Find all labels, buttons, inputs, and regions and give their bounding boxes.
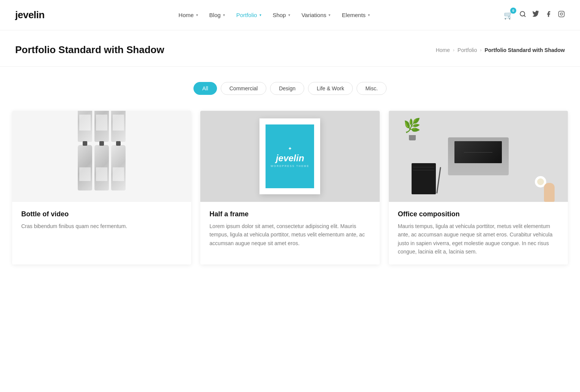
card-body: Office composition Mauris tempus, ligula… bbox=[389, 202, 568, 264]
card-description: Mauris tempus, ligula at vehicula portti… bbox=[398, 222, 559, 256]
nav-blog[interactable]: Blog ▾ bbox=[205, 9, 229, 21]
page-header: Portfolio Standard with Shadow Home › Po… bbox=[0, 30, 580, 67]
laptop-screen bbox=[454, 141, 502, 163]
hand bbox=[544, 183, 555, 202]
card-description: Cras bibendum finibus quam nec fermentum… bbox=[21, 222, 182, 230]
card-title: Half a frame bbox=[209, 210, 370, 218]
chevron-down-icon: ▾ bbox=[259, 13, 261, 17]
bottle-cap bbox=[99, 141, 104, 146]
bottle bbox=[111, 111, 126, 142]
nav-actions: 🛒 0 bbox=[504, 11, 565, 20]
notebook bbox=[412, 163, 436, 194]
nav-home[interactable]: Home ▾ bbox=[174, 9, 203, 21]
breadcrumb-separator: › bbox=[480, 47, 481, 53]
main-nav: Home ▾ Blog ▾ Portfolio ▾ Shop ▾ Variati… bbox=[174, 9, 374, 21]
svg-line-1 bbox=[524, 15, 525, 16]
plant-pot bbox=[409, 135, 416, 140]
card-body: Half a frame Lorem ipsum dolor sit amet,… bbox=[200, 202, 379, 256]
page-title: Portfolio Standard with Shadow bbox=[15, 44, 164, 56]
breadcrumb-home[interactable]: Home bbox=[436, 47, 450, 53]
bottle bbox=[94, 145, 109, 190]
laptop bbox=[448, 137, 509, 175]
frame-logo-icon: ✦ bbox=[288, 146, 292, 151]
nav-variations[interactable]: Variations ▾ bbox=[297, 9, 335, 21]
bottle bbox=[78, 111, 92, 142]
breadcrumb-portfolio[interactable]: Portfolio bbox=[457, 47, 477, 53]
filter-misc[interactable]: Misc. bbox=[357, 82, 387, 95]
chevron-down-icon: ▾ bbox=[329, 13, 330, 17]
chevron-down-icon: ▾ bbox=[223, 13, 225, 17]
breadcrumb-separator: › bbox=[453, 47, 454, 53]
notebook-line bbox=[413, 167, 434, 167]
office-graphic: 🌿 bbox=[389, 111, 568, 202]
card-body: Bottle of video Cras bibendum finibus qu… bbox=[12, 202, 191, 239]
notebook-line bbox=[413, 170, 434, 170]
card-description: Lorem ipsum dolor sit amet, consectetur … bbox=[209, 222, 370, 247]
bottle bbox=[78, 145, 92, 190]
nav-shop[interactable]: Shop ▾ bbox=[268, 9, 295, 21]
card-image-office: 🌿 bbox=[389, 111, 568, 202]
search-icon[interactable] bbox=[519, 11, 526, 19]
coffee-liquid bbox=[537, 178, 544, 185]
twitter-icon[interactable] bbox=[532, 11, 539, 19]
bottle-label bbox=[96, 167, 107, 181]
card-image-frame: ✦ jevelin WORDPRESS THEME bbox=[200, 111, 379, 202]
filter-bar: All Commercial Design Life & Work Misc. bbox=[0, 67, 580, 106]
breadcrumb: Home › Portfolio › Portfolio Standard wi… bbox=[436, 47, 565, 53]
filter-commercial[interactable]: Commercial bbox=[221, 82, 267, 95]
plant: 🌿 bbox=[403, 118, 421, 140]
frame-logo-text: jevelin bbox=[276, 153, 304, 164]
filter-design[interactable]: Design bbox=[270, 82, 304, 95]
breadcrumb-current: Portfolio Standard with Shadow bbox=[484, 47, 565, 53]
logo[interactable]: jevelin bbox=[15, 9, 44, 21]
pen bbox=[436, 167, 441, 194]
card-image-bottles bbox=[12, 111, 191, 202]
header: jevelin Home ▾ Blog ▾ Portfolio ▾ Shop ▾… bbox=[0, 0, 580, 30]
nav-elements[interactable]: Elements ▾ bbox=[337, 9, 374, 21]
filter-life-work[interactable]: Life & Work bbox=[308, 82, 353, 95]
portfolio-card: 🌿 bbox=[389, 111, 568, 264]
chevron-down-icon: ▾ bbox=[288, 13, 290, 17]
frame-graphic: ✦ jevelin WORDPRESS THEME bbox=[252, 111, 328, 202]
portfolio-grid: Bottle of video Cras bibendum finibus qu… bbox=[0, 106, 580, 284]
facebook-icon[interactable] bbox=[545, 11, 552, 19]
portfolio-card: ✦ jevelin WORDPRESS THEME Half a frame L… bbox=[200, 111, 379, 264]
bottle-label bbox=[79, 115, 91, 131]
bottle-cap bbox=[83, 141, 87, 146]
card-title: Office composition bbox=[398, 210, 559, 218]
bottles-graphic bbox=[70, 111, 133, 202]
bottle-label bbox=[96, 115, 107, 131]
cart-badge: 0 bbox=[510, 8, 516, 14]
chevron-down-icon: ▾ bbox=[368, 13, 370, 17]
bottle-label bbox=[113, 115, 124, 131]
bottle-cap bbox=[116, 141, 121, 146]
frame-logo-tagline: WORDPRESS THEME bbox=[270, 165, 309, 167]
laptop-screen-content bbox=[454, 141, 502, 163]
card-title: Bottle of video bbox=[21, 210, 182, 218]
portfolio-card: Bottle of video Cras bibendum finibus qu… bbox=[12, 111, 191, 264]
instagram-icon[interactable] bbox=[558, 11, 565, 19]
cart-button[interactable]: 🛒 0 bbox=[504, 11, 513, 20]
bottle-label bbox=[113, 167, 124, 181]
bottle bbox=[94, 111, 109, 142]
frame-inner: ✦ jevelin WORDPRESS THEME bbox=[266, 124, 314, 188]
plant-leaves-icon: 🌿 bbox=[404, 118, 421, 134]
filter-all[interactable]: All bbox=[193, 82, 217, 95]
chevron-down-icon: ▾ bbox=[196, 13, 198, 17]
nav-portfolio[interactable]: Portfolio ▾ bbox=[232, 9, 266, 21]
frame-outer: ✦ jevelin WORDPRESS THEME bbox=[259, 118, 320, 194]
svg-rect-2 bbox=[559, 11, 564, 17]
bottle bbox=[111, 145, 126, 190]
screen-line bbox=[464, 152, 492, 153]
bottle-label bbox=[79, 167, 91, 181]
